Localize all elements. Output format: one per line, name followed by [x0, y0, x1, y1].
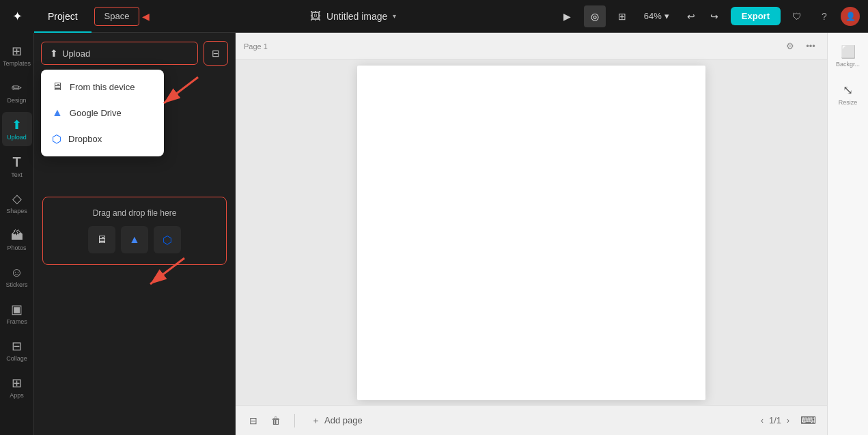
top-arrow-icon: ◀ [142, 11, 150, 22]
toolbar-right: ▶ ◎ ⊞ 64% ▾ ↩ ↪ Export 🛡 ? 👤 [557, 5, 868, 27]
sidebar-item-apps[interactable]: ⊞ Apps [2, 370, 32, 404]
right-panel-background[interactable]: ⬜ Backgr... [830, 38, 866, 74]
background-icon: ⬜ [841, 44, 856, 59]
drag-device-btn[interactable]: 🖥 [88, 226, 115, 253]
canvas-bottom: ⊟ 🗑 ＋ Add page ‹ 1/1 › ⌨ [236, 405, 827, 435]
next-page-btn[interactable]: › [787, 416, 789, 425]
upload-small-icon: ⊟ [212, 48, 220, 59]
drag-drop-icons: 🖥 ▲ ⬡ [88, 226, 181, 253]
canvas-trash-btn[interactable]: 🗑 [268, 412, 283, 429]
drag-dropbox-btn[interactable]: ⬡ [154, 226, 181, 253]
upload-header: ⬆ Upload ⊟ [34, 33, 235, 74]
page-label: Page 1 [244, 42, 268, 51]
top-tabs: Project Space ◀ [34, 0, 150, 33]
sidebar-item-photos[interactable]: 🏔 Photos [2, 223, 32, 257]
panel-resize-handle[interactable] [232, 33, 238, 435]
canvas-page[interactable] [357, 66, 705, 400]
canvas-more-btn[interactable]: ••• [802, 38, 819, 55]
sidebar-item-frames[interactable]: ▣ Frames [2, 296, 32, 331]
dropbox-dropdown-icon: ⬡ [52, 132, 61, 145]
right-panel: ⬜ Backgr... ⤡ Resize [827, 33, 868, 435]
title-chevron-icon[interactable]: ▾ [393, 12, 396, 20]
upload-btn-icon: ⬆ [50, 48, 58, 59]
page-nav: ‹ 1/1 › ⌨ [761, 414, 816, 427]
resize-icon: ⤡ [843, 83, 853, 98]
sidebar-item-upload[interactable]: ⬆ Upload [2, 112, 32, 146]
avatar[interactable]: 👤 [841, 7, 860, 26]
keyboard-btn[interactable]: ⌨ [800, 414, 816, 427]
collage-icon: ⊟ [12, 339, 22, 354]
export-button[interactable]: Export [731, 7, 781, 25]
drive-dropdown-icon: ▲ [52, 107, 63, 119]
document-title: Untitled image [326, 11, 388, 22]
redo-btn[interactable]: ↪ [703, 5, 725, 27]
dropdown-item-google-drive[interactable]: ▲ Google Drive [41, 100, 164, 126]
sidebar-item-design[interactable]: ✏ Design [2, 75, 32, 109]
add-page-button[interactable]: ＋ Add page [306, 412, 368, 430]
design-icon: ✏ [12, 81, 22, 96]
top-bar: ✦ Project Space ◀ 🖼 Untitled image ▾ ▶ ◎… [0, 0, 868, 33]
canvas-toolbar: Page 1 ⚙ ••• [236, 33, 827, 60]
logo-icon: ✦ [12, 9, 23, 24]
canvas-settings-btn[interactable]: ⚙ [782, 38, 798, 55]
zoom-chevron-icon: ▾ [664, 11, 669, 21]
shield-btn[interactable]: 🛡 [786, 5, 808, 27]
frames-icon: ▣ [11, 302, 23, 317]
left-nav: ⊞ Templates ✏ Design ⬆ Upload T Text ◇ S… [0, 33, 34, 435]
tab-project[interactable]: Project [34, 0, 92, 33]
upload-small-button[interactable]: ⊟ [204, 41, 228, 66]
dropdown-item-dropbox[interactable]: ⬡ Dropbox [41, 126, 164, 152]
right-panel-resize[interactable]: ⤡ Resize [830, 76, 866, 112]
undo-btn[interactable]: ↩ [680, 5, 702, 27]
cursor-btn[interactable]: ◎ [584, 5, 606, 27]
help-btn[interactable]: ? [813, 5, 835, 27]
logo[interactable]: ✦ [0, 0, 34, 33]
main-content: ⊞ Templates ✏ Design ⬆ Upload T Text ◇ S… [0, 33, 868, 435]
upload-icon: ⬆ [12, 117, 22, 132]
upload-panel: ⬆ Upload ⊟ 🖥 From this device ▲ Google D… [34, 33, 236, 435]
tab-space[interactable]: Space [94, 7, 140, 26]
title-area: 🖼 Untitled image ▾ [150, 10, 556, 23]
drag-device-icon: 🖥 [96, 234, 107, 246]
sidebar-item-collage[interactable]: ⊟ Collage [2, 333, 32, 367]
prev-page-btn[interactable]: ‹ [761, 416, 764, 425]
layout-btn[interactable]: ⊞ [611, 5, 633, 27]
undo-redo-group: ↩ ↪ [680, 5, 725, 27]
apps-icon: ⊞ [12, 376, 22, 391]
upload-dropdown: 🖥 From this device ▲ Google Drive ⬡ Drop… [41, 70, 164, 156]
canvas-toolbar-right: ⚙ ••• [782, 38, 819, 55]
drag-drive-btn[interactable]: ▲ [121, 226, 148, 253]
canvas-area: Page 1 ⚙ ••• ⊟ 🗑 ＋ Add page ‹ 1/1 › ⌨ [236, 33, 827, 435]
canvas-body [236, 60, 827, 405]
zoom-control[interactable]: 64% ▾ [639, 8, 675, 24]
drag-drop-area[interactable]: Drag and drop file here 🖥 ▲ ⬡ [42, 197, 227, 265]
photos-icon: 🏔 [11, 229, 23, 243]
drag-drop-text: Drag and drop file here [93, 208, 177, 218]
page-number: 1/1 [769, 415, 781, 425]
canvas-thumbnail-btn[interactable]: ⊟ [247, 412, 260, 429]
play-btn[interactable]: ▶ [557, 5, 578, 27]
sidebar-item-text[interactable]: T Text [2, 149, 32, 183]
sidebar-item-stickers[interactable]: ☺ Stickers [2, 259, 32, 294]
add-page-icon: ＋ [311, 415, 320, 427]
drag-dropbox-icon: ⬡ [163, 234, 172, 247]
sidebar-item-shapes[interactable]: ◇ Shapes [2, 186, 32, 220]
drag-drive-icon: ▲ [129, 234, 140, 246]
dropdown-item-from-device[interactable]: 🖥 From this device [41, 74, 164, 100]
templates-icon: ⊞ [12, 44, 22, 59]
stickers-icon: ☺ [10, 266, 23, 280]
sidebar-item-templates[interactable]: ⊞ Templates [2, 38, 32, 72]
shapes-icon: ◇ [12, 191, 22, 206]
upload-main-button[interactable]: ⬆ Upload [41, 42, 198, 65]
svg-line-1 [164, 77, 198, 103]
device-dropdown-icon: 🖥 [52, 81, 63, 93]
text-icon: T [12, 154, 20, 170]
title-image-icon: 🖼 [310, 10, 321, 23]
